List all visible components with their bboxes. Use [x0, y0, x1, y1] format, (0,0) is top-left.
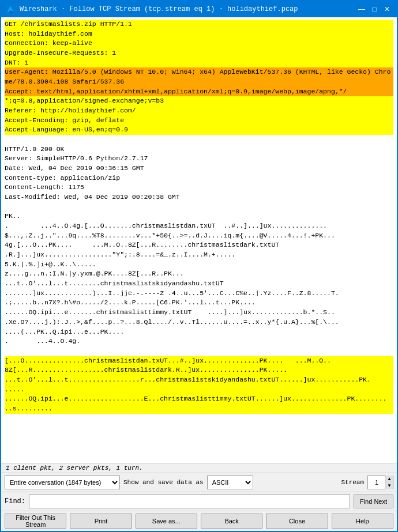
stream-line: .;.....b..n7X?.h\#o...../2....k.P.....[C…	[5, 298, 393, 308]
stream-line	[5, 346, 393, 356]
find-row: Find: Find Next	[1, 492, 397, 511]
stream-line: [...O...............christmaslistdan.txU…	[5, 356, 393, 366]
stream-line: ...t..O'...l...t..................r...ch…	[5, 375, 393, 385]
find-label: Find:	[5, 497, 25, 505]
stream-spin-buttons: ▲ ▼	[385, 476, 393, 489]
stream-input[interactable]	[368, 476, 385, 489]
format-select[interactable]: ASCIIHexC ArraysRaw	[207, 476, 253, 489]
help-button[interactable]: Help	[332, 514, 393, 529]
conversation-select[interactable]: Entire conversation (1847 bytes)Client p…	[5, 476, 120, 489]
stream-line: Accept: text/html,application/xhtml+xml,…	[5, 87, 393, 97]
stream-line: Last-Modified: Wed, 04 Dec 2019 00:20:38…	[5, 193, 393, 202]
find-next-button[interactable]: Find Next	[354, 495, 393, 508]
action-row: Filter Out This Stream Print Save as... …	[1, 511, 397, 531]
stream-line: .R.]...]ux................."Y";:.8....=&…	[5, 250, 393, 260]
stream-decrement-button[interactable]: ▼	[386, 482, 393, 489]
filter-out-button[interactable]: Filter Out This Stream	[5, 514, 66, 529]
stream-line: .....	[5, 385, 393, 395]
close-dialog-button[interactable]: Close	[266, 514, 328, 529]
stream-line: Content-type: application/zip	[5, 173, 393, 183]
stream-line: Connection: keep-alive	[5, 39, 393, 48]
status-text: 1 client pkt, 2 server pkts, 1 turn.	[6, 465, 143, 471]
save-as-button[interactable]: Save as...	[136, 514, 197, 529]
stream-line: DNT: 1	[5, 58, 393, 68]
stream-line: z....g...n.:I.N.|y.yxm.@.PK....8Z[...R..…	[5, 269, 393, 279]
stream-label: Stream	[341, 479, 364, 486]
stream-line: . ...4..O.4g.	[5, 337, 393, 346]
stream-line: Accept-Language: en-US,en;q=0.9	[5, 125, 393, 135]
bottom-bar: 1 client pkt, 2 server pkts, 1 turn. Ent…	[1, 463, 397, 531]
wireshark-icon	[6, 5, 15, 14]
stream-line: ...t..O'...l...t........christmaslistski…	[5, 279, 393, 289]
stream-line	[5, 202, 393, 212]
stream-line: 8Z[...R..................christmaslistda…	[5, 365, 393, 375]
stream-line: ....(...PK..Q.ipi...e...PK....	[5, 327, 393, 337]
stream-content: GET /christmaslists.zip HTTP/1.1Host: ho…	[1, 17, 397, 463]
stream-line: *;q=0.8,application/signed-exchange;v=b3	[5, 96, 393, 106]
stream-line: User-Agent: Mozilla/5.0 (Windows NT 10.0…	[5, 67, 393, 86]
stream-spinner: ▲ ▼	[367, 476, 393, 489]
maximize-button[interactable]: □	[369, 4, 380, 14]
stream-line: ......OQ.ipi...e.......christmaslisttimm…	[5, 308, 393, 318]
back-button[interactable]: Back	[201, 514, 262, 529]
stream-line: Content-Length: 1175	[5, 183, 393, 193]
stream-increment-button[interactable]: ▲	[386, 476, 393, 482]
close-button[interactable]: ✕	[382, 4, 392, 14]
stream-line: Date: Wed, 04 Dec 2019 00:36:15 GMT	[5, 164, 393, 173]
stream-line: Server: SimpleHTTP/0.6 Python/2.7.17	[5, 154, 393, 164]
stream-line: $...,.Z..j.."...9q....%T8........v...*+5…	[5, 231, 393, 241]
titlebar: Wireshark · Follow TCP Stream (tcp.strea…	[1, 1, 397, 17]
stream-line: 5.K.|.%.]i+@..K..\.....	[5, 260, 393, 270]
minimize-button[interactable]: —	[356, 4, 367, 14]
titlebar-left: Wireshark · Follow TCP Stream (tcp.strea…	[6, 5, 298, 14]
titlebar-controls: — □ ✕	[356, 4, 392, 14]
stream-line: PK..	[5, 212, 393, 221]
stream-line: Referer: http://holidaythief.com/	[5, 106, 393, 116]
controls-row1: Entire conversation (1847 bytes)Client p…	[1, 473, 397, 492]
main-window: Wireshark · Follow TCP Stream (tcp.strea…	[0, 0, 398, 532]
stream-line: 4g.[...O...PK.... ...M..O..8Z[...R......…	[5, 240, 393, 250]
stream-line: GET /christmaslists.zip HTTP/1.1	[5, 20, 393, 29]
stream-line: ......OQ.ipi...e...................E...c…	[5, 394, 393, 404]
print-button[interactable]: Print	[70, 514, 132, 529]
find-input[interactable]	[29, 495, 350, 508]
stream-line: HTTP/1.0 200 OK	[5, 145, 393, 154]
stream-line: .......]ux............)...I..jjc.-.----Z…	[5, 289, 393, 299]
stream-line: .Xe.O?....j.):.J..>,&f....p..?...8.Ql...…	[5, 318, 393, 327]
stream-line: . ...4..O.4g.[...O.......christmaslistda…	[5, 221, 393, 231]
status-line: 1 client pkt, 2 server pkts, 1 turn.	[1, 463, 397, 473]
stream-line: Accept-Encoding: gzip, deflate	[5, 116, 393, 126]
stream-line: ..s.........	[5, 404, 393, 414]
stream-line	[5, 135, 393, 145]
titlebar-title: Wireshark · Follow TCP Stream (tcp.strea…	[20, 5, 298, 13]
show-save-label: Show and save data as	[123, 479, 204, 486]
stream-line: Upgrade-Insecure-Requests: 1	[5, 48, 393, 58]
stream-line: Host: holidaythief.com	[5, 29, 393, 39]
